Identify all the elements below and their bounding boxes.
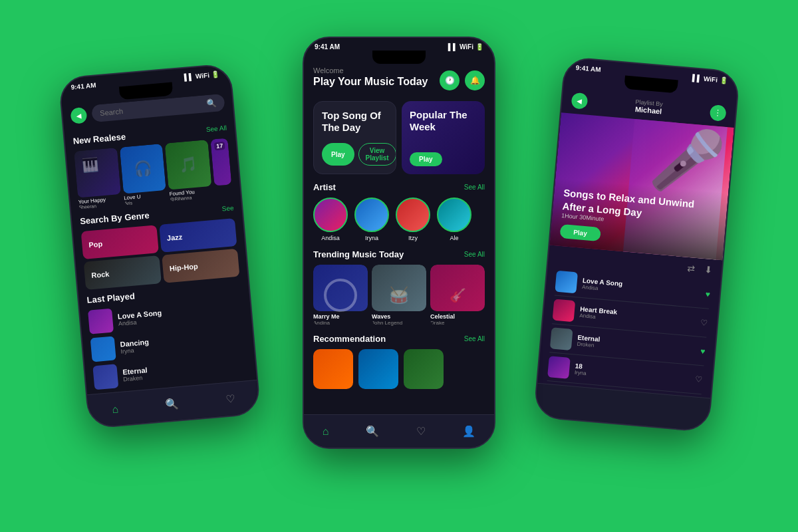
song-list-thumb-1	[553, 299, 576, 322]
center-title-block: Welcome Play Your Music Today	[313, 66, 428, 94]
music-note-icon: 🎹	[81, 156, 99, 174]
rec-card-1[interactable]	[358, 349, 398, 389]
song-list-info-0: Love A Song Andisa	[582, 277, 706, 301]
rec-see-all[interactable]: See All	[464, 335, 485, 342]
guitar-icon: 🎸	[450, 287, 466, 303]
trending-info-1: Waves John Legend	[372, 313, 426, 326]
artist-section-title: Artist	[313, 182, 336, 192]
time-right: 9:41 AM	[575, 64, 601, 73]
trending-row: Marry Me Andina 🥁 Waves John Legend �	[313, 265, 485, 326]
artist-2[interactable]: Itzy	[396, 198, 430, 241]
bell-btn[interactable]: 🔔	[465, 70, 485, 90]
genre-jazz-label: Jazz	[166, 233, 182, 242]
trending-artist-0: Andina	[313, 320, 368, 326]
last-played-info-2: Eternal Draken	[122, 366, 148, 382]
nav-heart-center[interactable]: ♡	[416, 425, 426, 438]
release-card-dj[interactable]: 🎧 Love U Aris	[120, 144, 168, 205]
heart-btn-2[interactable]: ♥	[700, 346, 706, 356]
nav-home-left[interactable]: ⌂	[112, 403, 119, 416]
search-bar[interactable]: 🔍	[91, 94, 225, 122]
trending-thumb-2: 🎸	[430, 265, 485, 311]
rec-header: Recommendation See All	[313, 334, 485, 344]
genre-title: Search By Genre	[80, 210, 150, 226]
banner-top-song-title: Top Song Of The Day	[322, 110, 388, 134]
artist-see-all[interactable]: See All	[464, 184, 485, 191]
release-num-badge: 17	[214, 142, 225, 150]
clock-btn[interactable]: 🕐	[440, 70, 460, 90]
trending-info-2: Celestial Drake	[430, 313, 485, 326]
trending-see-all[interactable]: See All	[464, 251, 485, 258]
phone-left: 9:41 AM ▌▌ WiFi 🔋 ◀ 🔍 New Realese	[58, 63, 261, 430]
artist-3[interactable]: Ale	[437, 198, 471, 241]
headphones-card-img: 🎵	[165, 140, 212, 190]
banner-popular: Popular The Week Play	[402, 101, 485, 174]
artist-name-0: Andisa	[321, 235, 340, 241]
trending-song-2: Celestial	[430, 313, 485, 320]
genre-rock[interactable]: Rock	[84, 255, 162, 290]
trending-song-1: Waves	[372, 313, 426, 320]
genre-hiphop[interactable]: Hip-Hop	[162, 249, 239, 283]
piano-card-img: 🎹	[74, 148, 121, 198]
genre-see-all[interactable]: See	[221, 204, 234, 213]
new-release-see-all[interactable]: See All	[205, 124, 227, 134]
back-button-left[interactable]: ◀	[70, 107, 87, 124]
release-card-piano[interactable]: 🎹 Your Happy Sheeran	[74, 148, 122, 209]
banner-play-btn[interactable]: Play	[322, 143, 354, 166]
search-icon: 🔍	[206, 98, 217, 108]
last-played-thumb-0	[88, 309, 114, 334]
artist-1[interactable]: Iryna	[354, 198, 389, 241]
release-card-partial[interactable]: 17	[210, 138, 232, 198]
drum-icon: 🥁	[389, 286, 409, 305]
nav-home-center[interactable]: ⌂	[323, 426, 329, 438]
artist-0[interactable]: Andisa	[313, 198, 348, 241]
trending-card-0[interactable]: Marry Me Andina	[313, 265, 368, 326]
search-input[interactable]	[100, 100, 201, 117]
trending-header: Trending Music Today See All	[313, 249, 485, 259]
song-list-thumb-2	[550, 327, 573, 350]
genre-jazz[interactable]: Jazz	[159, 218, 237, 253]
genre-pop[interactable]: Pop	[81, 225, 159, 259]
nav-heart-left[interactable]: ♡	[225, 392, 235, 406]
artists-row: Andisa Iryna Itzy Ale	[313, 198, 485, 241]
trending-thumb-0	[313, 265, 368, 311]
heart-btn-1[interactable]: ♡	[700, 318, 708, 328]
heart-btn-0[interactable]: ♥	[705, 289, 710, 299]
shuffle-btn[interactable]: ⇄	[687, 263, 696, 274]
banner-popular-play-btn[interactable]: Play	[410, 152, 442, 166]
welcome-text: Welcome	[313, 66, 428, 74]
nav-profile-center[interactable]: 👤	[462, 425, 475, 438]
trending-card-2[interactable]: 🎸 Celestial Drake	[430, 265, 485, 326]
hero-play-btn[interactable]: Play	[559, 224, 600, 241]
trending-artist-2: Drake	[430, 320, 485, 326]
status-icons-right: ▌▌ WiFi 🔋	[692, 74, 728, 84]
release-card-headphones[interactable]: 🎵 Found You @Rihanna	[165, 140, 213, 201]
play-title: Play Your Music Today	[313, 76, 428, 88]
new-release-grid: 🎹 Your Happy Sheeran 🎧 Love U Aris 🎵	[74, 138, 233, 209]
trending-thumb-1: 🥁	[372, 265, 426, 311]
nav-search-center[interactable]: 🔍	[366, 425, 379, 438]
rec-card-2[interactable]	[404, 349, 444, 389]
status-icons-left: ▌▌ WiFi 🔋	[184, 70, 219, 81]
dj-card-img: 🎧	[120, 144, 167, 194]
trending-artist-1: John Legend	[372, 320, 426, 326]
download-btn[interactable]: ⬇	[704, 264, 712, 275]
banner-popular-buttons: Play	[410, 152, 477, 166]
phone-right: 9:41 AM ▌▌ WiFi 🔋 ◀ Playlist By Michael …	[533, 56, 740, 432]
genre-rock-label: Rock	[91, 270, 110, 279]
last-played-info-0: Love A Song Andisa	[117, 309, 162, 327]
notch-center	[372, 51, 426, 64]
banner-playlist-btn[interactable]: View Playlist	[358, 143, 396, 166]
nav-search-left[interactable]: 🔍	[165, 397, 180, 411]
trending-title: Trending Music Today	[313, 249, 404, 259]
more-btn[interactable]: ⋮	[710, 104, 727, 122]
artist-name-1: Iryna	[365, 235, 378, 241]
hero-image: 🎤 Songs to Relax and Unwind After a Long…	[549, 112, 733, 260]
heart-btn-3[interactable]: ♡	[695, 374, 703, 384]
trending-card-1[interactable]: 🥁 Waves John Legend	[372, 265, 426, 326]
playlist-back-btn[interactable]: ◀	[571, 92, 588, 110]
song-list-info-2: Eternal Droken	[577, 334, 701, 358]
headphones-icon: 🎵	[179, 156, 198, 174]
rec-card-0[interactable]	[313, 349, 353, 389]
artist-section-header: Artist See All	[313, 182, 485, 192]
song-list-thumb-0	[555, 271, 578, 294]
